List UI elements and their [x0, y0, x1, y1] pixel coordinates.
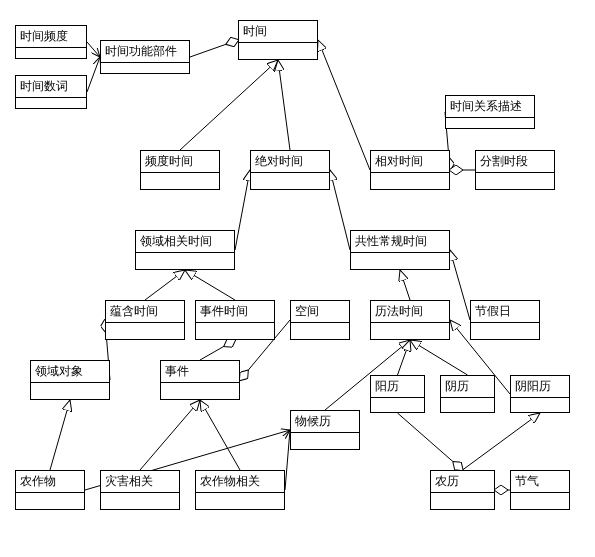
node-label: 事件时间	[196, 301, 274, 323]
node-time_rel_desc: 时间关系描述	[445, 95, 535, 129]
edge-solar_cal-calendar_time	[398, 340, 411, 375]
node-lunisolar: 阴阳历	[510, 375, 570, 413]
node-holiday: 节假日	[470, 300, 540, 340]
node-phenology: 物候历	[290, 410, 360, 450]
node-label: 节气	[511, 471, 569, 493]
edge-freq_time-time	[180, 60, 278, 150]
node-label: 时间频度	[16, 26, 86, 48]
node-time_numeral: 时间数词	[15, 75, 87, 109]
node-label: 相对时间	[371, 151, 449, 173]
node-label: 阴历	[441, 376, 494, 398]
node-domain_obj: 领域对象	[30, 360, 110, 400]
node-event: 事件	[160, 360, 240, 400]
node-time_func_part: 时间功能部件	[100, 40, 190, 74]
node-label: 历法时间	[371, 301, 449, 323]
node-disaster_rel: 灾害相关	[100, 470, 180, 510]
node-lunar_cal: 阴历	[440, 375, 495, 413]
edge-time_func_part-time	[190, 40, 238, 57]
node-label: 时间关系描述	[446, 96, 534, 118]
node-label: 绝对时间	[251, 151, 329, 173]
edge-nongli-lunisolar	[463, 413, 541, 470]
node-solar_cal: 阳历	[370, 375, 425, 413]
node-implicit_time: 蕴含时间	[105, 300, 185, 340]
diagram-canvas: 时间频度时间功能部件时间数词时间时间关系描述频度时间绝对时间相对时间分割时段领域…	[0, 0, 595, 557]
node-solar_term: 节气	[510, 470, 570, 510]
node-label: 农作物	[16, 471, 84, 493]
node-time: 时间	[238, 20, 318, 60]
node-label: 农历	[431, 471, 494, 493]
edge-abs_time-time	[278, 60, 290, 150]
node-rel_time: 相对时间	[370, 150, 450, 190]
edge-holiday-common_time	[450, 250, 470, 320]
node-label: 时间	[239, 21, 317, 43]
edge-implicit_time-domain_rel_time	[145, 270, 185, 300]
edge-event-event_time	[200, 340, 235, 360]
edge-domain_rel_time-abs_time	[235, 170, 250, 250]
node-label: 节假日	[471, 301, 539, 323]
edge-calendar_time-common_time	[400, 270, 410, 300]
node-label: 领域相关时间	[136, 231, 234, 253]
node-label: 阴阳历	[511, 376, 569, 398]
node-nongli: 农历	[430, 470, 495, 510]
node-common_time: 共性常规时间	[350, 230, 450, 270]
node-split_period: 分割时段	[475, 150, 555, 190]
node-freq_time: 频度时间	[140, 150, 220, 190]
edge-time_numeral-time_func_part	[87, 57, 100, 92]
edge-lunar_cal-calendar_time	[410, 340, 468, 375]
edge-time_freq-time_func_part	[87, 42, 100, 57]
node-label: 阳历	[371, 376, 424, 398]
node-space: 空间	[290, 300, 350, 340]
node-domain_rel_time: 领域相关时间	[135, 230, 235, 270]
node-abs_time: 绝对时间	[250, 150, 330, 190]
node-label: 时间数词	[16, 76, 86, 98]
edge-crop-domain_obj	[50, 400, 70, 470]
node-label: 物候历	[291, 411, 359, 433]
node-label: 空间	[291, 301, 349, 323]
node-crop: 农作物	[15, 470, 85, 510]
node-label: 频度时间	[141, 151, 219, 173]
edge-solar_cal-nongli	[398, 413, 463, 470]
node-label: 农作物相关	[196, 471, 284, 493]
node-label: 时间功能部件	[101, 41, 189, 63]
edge-crop_rel-event	[200, 400, 240, 470]
node-label: 事件	[161, 361, 239, 383]
node-label: 领域对象	[31, 361, 109, 383]
edge-common_time-abs_time	[330, 170, 350, 250]
edge-event_time-domain_rel_time	[185, 270, 235, 300]
node-label: 灾害相关	[101, 471, 179, 493]
node-label: 蕴含时间	[106, 301, 184, 323]
node-label: 共性常规时间	[351, 231, 449, 253]
node-calendar_time: 历法时间	[370, 300, 450, 340]
node-time_freq: 时间频度	[15, 25, 87, 59]
edge-disaster_rel-event	[140, 400, 200, 470]
edge-layer	[0, 0, 595, 557]
node-crop_rel: 农作物相关	[195, 470, 285, 510]
node-label: 分割时段	[476, 151, 554, 173]
node-event_time: 事件时间	[195, 300, 275, 340]
